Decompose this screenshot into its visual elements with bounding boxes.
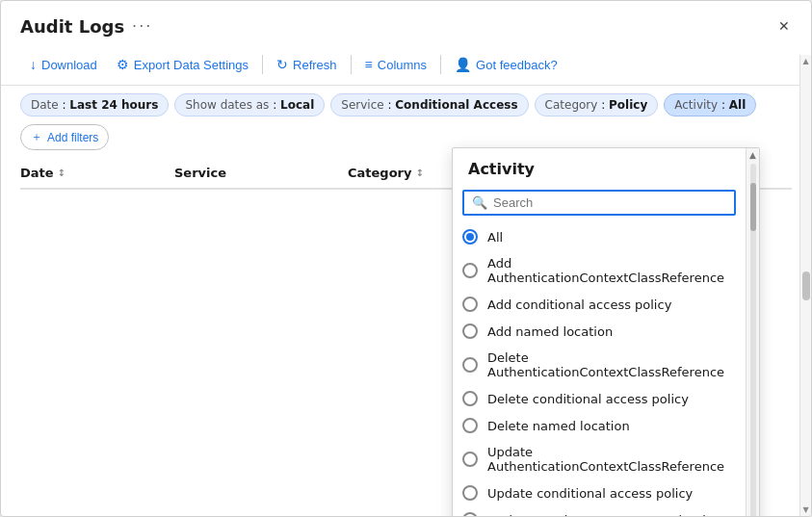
- activity-filter-label: Activity: [674, 98, 718, 112]
- activity-filter-value: All: [729, 98, 747, 112]
- title-bar: Audit Logs ··· ✕: [1, 1, 811, 48]
- export-label: Export Data Settings: [134, 58, 249, 72]
- activity-option-delete-named[interactable]: Delete named location: [453, 412, 744, 439]
- activity-option-all[interactable]: All: [453, 223, 744, 250]
- category-filter-value: Policy: [609, 98, 647, 112]
- window-scroll-thumb: [802, 271, 810, 300]
- activity-search-box: 🔍: [462, 190, 736, 216]
- radio-add-cap: [462, 297, 478, 312]
- audit-logs-window: Audit Logs ··· ✕ ↓ Download ⚙ Export Dat…: [0, 0, 812, 517]
- title-ellipsis: ···: [132, 17, 152, 36]
- feedback-button[interactable]: 👤 Got feedback?: [445, 52, 567, 77]
- column-date-label: Date: [20, 166, 54, 180]
- option-update-cap-label: Update conditional access policy: [487, 486, 693, 501]
- activity-option-add-cap[interactable]: Add conditional access policy: [453, 291, 744, 318]
- activity-option-add-auth[interactable]: Add AuthenticationContextClassReference: [453, 250, 744, 291]
- refresh-button[interactable]: ↻ Refresh: [267, 52, 347, 77]
- radio-add-auth: [462, 263, 478, 278]
- toolbar-divider-1: [262, 55, 263, 74]
- dropdown-scrollbar: ▲ ▼: [746, 148, 759, 517]
- column-service-label: Service: [174, 166, 226, 180]
- refresh-icon: ↻: [276, 57, 288, 72]
- radio-delete-auth: [462, 357, 478, 373]
- option-delete-named-label: Delete named location: [487, 419, 630, 433]
- column-header-service: Service: [174, 166, 348, 180]
- service-filter-label: Service: [341, 98, 383, 112]
- search-icon: 🔍: [472, 195, 487, 210]
- download-button[interactable]: ↓ Download: [20, 52, 107, 77]
- activity-option-delete-cap[interactable]: Delete conditional access policy: [453, 385, 744, 412]
- feedback-icon: 👤: [455, 57, 471, 72]
- date-sort-icon: ↕: [58, 168, 65, 178]
- add-filters-button[interactable]: ＋ Add filters: [20, 124, 109, 150]
- activity-dropdown-title: Activity: [453, 148, 759, 186]
- category-sort-icon: ↕: [415, 168, 423, 178]
- option-all-label: All: [487, 230, 503, 245]
- showdates-filter-value: Local: [280, 98, 314, 112]
- add-filters-icon: ＋: [31, 129, 42, 145]
- window-scrollbar: ▲ ▼: [799, 55, 811, 516]
- date-filter-value: Last 24 hours: [69, 98, 158, 112]
- scroll-thumb: [750, 183, 756, 231]
- option-delete-cap-label: Delete conditional access policy: [487, 392, 689, 406]
- showdates-filter-label: Show dates as: [185, 98, 269, 112]
- activity-filter-chip[interactable]: Activity : All: [664, 93, 756, 116]
- column-header-date[interactable]: Date ↕: [20, 166, 174, 180]
- export-data-settings-button[interactable]: ⚙ Export Data Settings: [107, 52, 258, 77]
- radio-delete-cap: [462, 391, 478, 406]
- activity-dropdown: Activity 🔍 All Add AuthenticationContext…: [452, 147, 760, 517]
- activity-option-update-cont[interactable]: Update continuous access evaluation: [453, 506, 744, 517]
- columns-label: Columns: [378, 58, 427, 72]
- option-update-auth-label: Update AuthenticationContextClassReferen…: [487, 445, 734, 474]
- category-filter-chip[interactable]: Category : Policy: [535, 93, 659, 116]
- columns-icon: ≡: [365, 57, 373, 72]
- toolbar: ↓ Download ⚙ Export Data Settings ↻ Refr…: [1, 48, 811, 86]
- filters-row: Date : Last 24 hours Show dates as : Loc…: [1, 86, 811, 124]
- service-filter-chip[interactable]: Service : Conditional Access: [330, 93, 528, 116]
- date-filter-chip[interactable]: Date : Last 24 hours: [20, 93, 169, 116]
- scroll-up-arrow[interactable]: ▲: [749, 150, 756, 160]
- radio-update-cont: [462, 512, 478, 517]
- scroll-track: [750, 164, 756, 517]
- window-scroll-down[interactable]: ▼: [802, 505, 808, 514]
- activity-option-add-named[interactable]: Add named location: [453, 318, 744, 345]
- activity-option-update-cap[interactable]: Update conditional access policy: [453, 479, 744, 506]
- option-add-cap-label: Add conditional access policy: [487, 297, 671, 312]
- toolbar-divider-3: [440, 55, 441, 74]
- download-icon: ↓: [30, 57, 37, 72]
- option-add-auth-label: Add AuthenticationContextClassReference: [487, 256, 734, 285]
- radio-add-named: [462, 323, 478, 339]
- columns-button[interactable]: ≡ Columns: [355, 52, 436, 77]
- radio-delete-named: [462, 418, 478, 433]
- showdates-filter-chip[interactable]: Show dates as : Local: [174, 93, 325, 116]
- export-icon: ⚙: [117, 57, 129, 72]
- radio-update-cap: [462, 485, 478, 501]
- option-add-named-label: Add named location: [487, 324, 613, 339]
- category-filter-label: Category: [545, 98, 598, 112]
- activity-option-delete-auth[interactable]: Delete AuthenticationContextClassReferen…: [453, 345, 744, 385]
- download-label: Download: [41, 58, 97, 72]
- refresh-label: Refresh: [293, 58, 337, 72]
- add-filters-label: Add filters: [47, 131, 98, 144]
- service-filter-value: Conditional Access: [395, 98, 517, 112]
- option-delete-auth-label: Delete AuthenticationContextClassReferen…: [487, 350, 734, 379]
- window-scroll-up[interactable]: ▲: [802, 57, 808, 65]
- activity-option-update-auth[interactable]: Update AuthenticationContextClassReferen…: [453, 439, 744, 479]
- option-update-cont-label: Update continuous access evaluation: [487, 513, 721, 518]
- activity-search-input[interactable]: [493, 195, 726, 210]
- activity-option-list: All Add AuthenticationContextClassRefere…: [453, 223, 759, 517]
- date-filter-label: Date: [31, 98, 59, 112]
- feedback-label: Got feedback?: [476, 58, 558, 72]
- column-category-label: Category: [348, 166, 411, 180]
- window-title: Audit Logs: [20, 16, 124, 37]
- radio-update-auth: [462, 452, 478, 467]
- radio-all: [462, 229, 478, 245]
- close-button[interactable]: ✕: [773, 14, 796, 38]
- toolbar-divider-2: [351, 55, 352, 74]
